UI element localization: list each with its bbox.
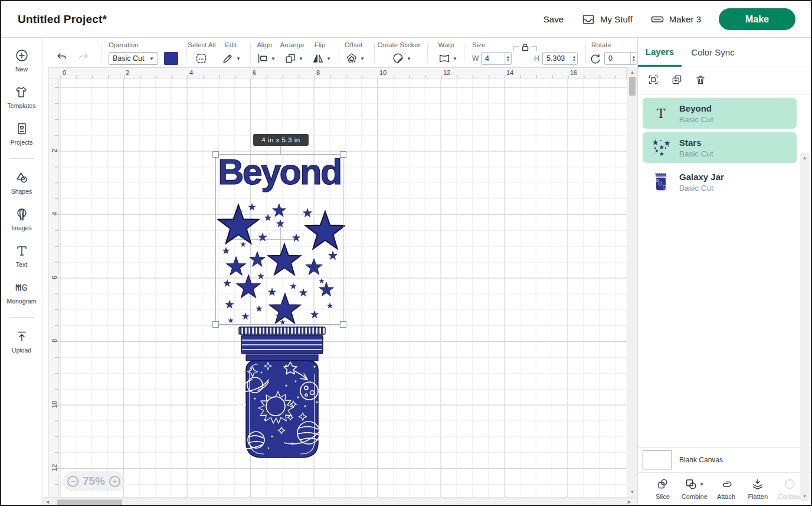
warp-label: Warp [434,41,458,48]
canvas-horizontal-scrollbar[interactable]: ◄ ► [42,497,637,506]
tab-color-sync[interactable]: Color Sync [682,38,744,67]
toolbar-divider [464,43,464,63]
selection-handle-top-left[interactable] [212,151,219,158]
canvas-color-swatch[interactable] [643,450,672,469]
offset-button[interactable]: ▼ [345,52,365,65]
size-lock-button[interactable] [520,43,530,54]
align-button[interactable]: ▼ [256,52,276,65]
canvas-background-row: Blank Canvas [638,447,812,472]
width-stepper[interactable]: ▲▼ [505,53,511,64]
sidebar-item-images[interactable]: Images [11,207,31,231]
warp-button[interactable]: ▼ [438,52,457,65]
toolbar-divider [585,43,586,63]
selection-handle-bottom-left[interactable] [212,321,219,328]
rotate-icon [589,53,602,66]
slice-icon [656,478,669,491]
lock-bracket-right [531,46,537,51]
chevron-down-icon: ▼ [326,56,331,61]
align-icon [256,52,269,65]
sidebar-item-templates[interactable]: Templates [8,85,36,109]
layers-panel: Layers Color Sync T Beyond Basic Cut [637,38,812,506]
size-label: Size [472,41,485,48]
cutting-machine-icon [650,12,664,27]
toolbar-divider [102,43,102,63]
sidebar-item-shapes[interactable]: Shapes [11,171,32,195]
select-layers-button[interactable] [647,74,659,88]
warp-icon [438,52,451,65]
edit-label: Edit [219,41,243,48]
edit-button[interactable]: ▼ [221,52,241,65]
scroll-up-arrow[interactable]: ▲ [800,155,809,161]
machine-selector[interactable]: Maker 3 [650,12,701,27]
rotate-stepper[interactable]: ▲▼ [630,53,637,64]
my-stuff-button[interactable]: My Stuff [581,12,633,27]
panel-tabs: Layers Color Sync [638,38,812,67]
app-window: Untitled Project* Save My Stuff Maker 3 … [0,0,812,506]
selection-handle-top-right[interactable] [340,151,346,158]
save-button[interactable]: Save [543,14,564,24]
select-all-button[interactable] [195,52,208,65]
height-stepper[interactable]: ▲▼ [571,53,577,64]
scroll-up-arrow[interactable]: ▲ [627,70,637,75]
horizontal-scroll-thumb[interactable] [57,500,122,505]
color-swatch[interactable] [164,52,178,65]
layer-row-galaxy-jar[interactable]: Galaxy Jar Basic Cut [643,167,797,197]
rotate-input[interactable] [605,53,630,64]
chevron-down-icon: ▼ [407,56,411,61]
layers-list-scrollbar[interactable]: ▲ ▼ [800,153,809,501]
vertical-ruler: 2 4 6 8 10 12 [48,79,59,497]
design-canvas[interactable]: 4 in x 5.3 in Beyond [59,79,627,497]
layer-actions-bar [638,67,812,94]
rotate-button[interactable] [589,53,602,66]
zoom-in-button[interactable]: + [109,476,120,487]
scroll-right-arrow[interactable]: ► [627,499,632,505]
project-card-icon [15,122,29,136]
selection-bounding-box[interactable] [215,154,343,325]
selection-handle-bottom-right[interactable] [340,321,346,328]
combine-button[interactable]: ▼ Combine [679,477,710,506]
selection-size-tooltip: 4 in x 5.3 in [253,134,309,146]
undo-icon [55,51,68,64]
delete-layer-button[interactable] [695,74,706,88]
zoom-out-button[interactable]: − [67,476,78,487]
undo-button[interactable] [55,51,68,64]
duplicate-layer-button[interactable] [671,74,683,88]
horizontal-ruler: 0 2 4 6 8 10 12 14 16 [48,67,627,79]
slice-button[interactable]: Slice [647,477,678,506]
make-button[interactable]: Make [719,8,795,30]
sidebar-item-new[interactable]: New [15,48,29,73]
arrange-button[interactable]: ▼ [284,52,303,65]
flatten-button[interactable]: Flatten [742,477,773,506]
chevron-down-icon: ▼ [271,56,276,61]
redo-button[interactable] [77,51,90,64]
scroll-down-arrow[interactable]: ▼ [800,494,809,499]
canvas-vertical-scrollbar[interactable]: ▲ ▼ [627,67,637,497]
tab-layers[interactable]: Layers [638,38,682,67]
attach-button[interactable]: Attach [711,477,742,506]
flip-button[interactable]: ▼ [312,52,331,65]
project-title[interactable]: Untitled Project* [18,13,107,26]
operation-select[interactable]: Basic Cut▼ [109,52,158,65]
inbox-icon [581,12,595,27]
layer-row-beyond[interactable]: T Beyond Basic Cut [643,98,797,129]
width-input[interactable] [482,53,505,64]
contour-icon [783,478,796,491]
sidebar-item-monogram[interactable]: Monogram [6,280,36,305]
rotate-label: Rotate [591,41,611,48]
scroll-left-arrow[interactable]: ◄ [45,499,50,505]
chevron-down-icon: ▼ [236,56,241,61]
redo-icon [77,51,90,64]
flip-icon [312,52,325,65]
layer-row-stars[interactable]: Stars Basic Cut [643,132,797,163]
height-label: H [534,54,539,63]
create-sticker-button[interactable]: ▼ [392,52,411,65]
galaxy-jar-design-object[interactable] [234,327,330,461]
vertical-scroll-thumb[interactable] [629,77,636,96]
sidebar-item-projects[interactable]: Projects [11,122,33,146]
scroll-down-arrow[interactable]: ▼ [627,489,637,495]
sidebar-item-upload[interactable]: Upload [12,329,31,354]
height-input[interactable] [543,53,571,64]
text-layer-thumbnail: T [651,103,671,123]
sidebar-item-text[interactable]: Text [15,244,29,268]
tshirt-icon [14,85,28,99]
